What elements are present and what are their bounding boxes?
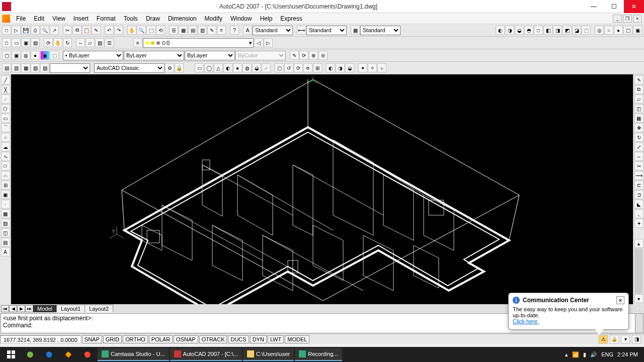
menu-dimension[interactable]: Dimension bbox=[164, 14, 201, 23]
sheet-button[interactable]: ▭ bbox=[12, 38, 21, 47]
gradient-button[interactable]: ▨ bbox=[1, 219, 10, 228]
ucs-btn2[interactable]: ◑ bbox=[336, 63, 345, 72]
ucs-btn1[interactable]: ◐ bbox=[326, 63, 335, 72]
copy-button[interactable]: ⧉ bbox=[72, 26, 82, 35]
view-btn5[interactable]: □ bbox=[534, 26, 543, 35]
plotstyle-select[interactable]: ByColor bbox=[235, 51, 286, 60]
mdi-restore-button[interactable]: ❐ bbox=[623, 15, 632, 23]
view-btn3[interactable]: ◒ bbox=[515, 26, 524, 35]
undo-button[interactable]: ↶ bbox=[105, 26, 114, 35]
textstyle-select[interactable]: Standard bbox=[253, 26, 293, 35]
tray-icon2[interactable]: 🔒 bbox=[610, 335, 619, 344]
ws-btn1[interactable]: ▤ bbox=[2, 63, 11, 72]
help-button[interactable]: ? bbox=[230, 26, 239, 35]
solid-btn4[interactable]: ◐ bbox=[223, 63, 232, 72]
zoom-prev-button[interactable]: ⟲ bbox=[156, 26, 165, 35]
rotate-button[interactable]: ↻ bbox=[634, 133, 643, 142]
status-model[interactable]: MODEL bbox=[285, 335, 309, 343]
view-btn15[interactable]: ▣ bbox=[633, 26, 642, 35]
view-btn13[interactable]: ● bbox=[614, 26, 623, 35]
break-button[interactable]: ⊏ bbox=[634, 180, 643, 190]
tray-icon3[interactable]: ▾ bbox=[621, 335, 630, 344]
circle-button[interactable]: ○ bbox=[1, 133, 10, 142]
chamfer-button[interactable]: ◣ bbox=[634, 200, 643, 209]
status-dyn[interactable]: DYN bbox=[250, 335, 267, 343]
quickcalc-button[interactable]: = bbox=[217, 26, 226, 35]
list-button[interactable]: ☰ bbox=[105, 38, 114, 47]
3dpan-button[interactable]: ✋ bbox=[53, 38, 62, 47]
zoom-win-button[interactable]: ⬚ bbox=[146, 26, 155, 35]
trim-button[interactable]: ✂ bbox=[634, 161, 643, 170]
makeblock-button[interactable]: ▣ bbox=[1, 190, 10, 199]
tab-prev-button[interactable]: ◀ bbox=[9, 305, 17, 312]
view-btn14[interactable]: ▢ bbox=[623, 26, 632, 35]
menu-edit[interactable]: Edit bbox=[30, 14, 48, 23]
new-button[interactable]: □ bbox=[2, 26, 11, 35]
view-btn11[interactable]: ◎ bbox=[595, 26, 604, 35]
solid-btn3[interactable]: △ bbox=[214, 63, 223, 72]
ucs-btn6[interactable]: ⟐ bbox=[377, 63, 386, 72]
join-button[interactable]: ⊐ bbox=[634, 190, 643, 199]
view-btn4[interactable]: ◓ bbox=[524, 26, 533, 35]
3dzoom-button[interactable]: ↻ bbox=[63, 38, 72, 47]
tray-net-icon[interactable]: 📶 bbox=[572, 351, 579, 358]
view-btn9[interactable]: ◪ bbox=[572, 26, 581, 35]
taskbar-edge[interactable]: 🔵 bbox=[40, 348, 58, 361]
menu-view[interactable]: View bbox=[48, 14, 69, 23]
menu-modify[interactable]: Modify bbox=[201, 14, 226, 23]
polygon-button[interactable]: ⬠ bbox=[1, 104, 10, 113]
tab-next-button[interactable]: ▶ bbox=[17, 305, 25, 312]
mdi-minimize-button[interactable]: _ bbox=[613, 15, 622, 23]
solid-btn13[interactable]: ⊞ bbox=[313, 63, 322, 72]
tablestyle-button[interactable]: ▦ bbox=[351, 26, 360, 35]
tablestyle-select[interactable]: Standard bbox=[360, 26, 400, 35]
workspace-select[interactable]: AutoCAD Classic bbox=[94, 63, 165, 73]
vp6-button[interactable]: ⬚ bbox=[50, 51, 59, 60]
drawing-canvas[interactable]: Y bbox=[11, 74, 633, 304]
canvas-scrollbar[interactable] bbox=[634, 248, 643, 294]
menu-file[interactable]: File bbox=[12, 14, 30, 23]
solid-btn6[interactable]: ◍ bbox=[243, 63, 252, 72]
refclose-button[interactable]: ⟳ bbox=[299, 51, 308, 60]
linetype-select[interactable]: ByLayer bbox=[124, 51, 184, 60]
dimstyle-select[interactable]: Standard bbox=[306, 26, 347, 35]
view-btn6[interactable]: ◧ bbox=[543, 26, 552, 35]
popup-close-button[interactable]: × bbox=[616, 296, 624, 304]
rectangle-button[interactable]: ▭ bbox=[1, 114, 10, 123]
mdi-close-button[interactable]: × bbox=[633, 15, 642, 23]
taskbar-chrome[interactable]: 🔴 bbox=[78, 348, 97, 361]
status-grid[interactable]: GRID bbox=[103, 335, 122, 343]
status-osnap[interactable]: OSNAP bbox=[174, 335, 198, 343]
mirror-button[interactable]: ▱ bbox=[634, 95, 643, 104]
taskbar-app1[interactable]: 🟢 bbox=[21, 348, 39, 361]
markup-button[interactable]: ✎ bbox=[207, 26, 216, 35]
view-btn12[interactable]: ○ bbox=[604, 26, 613, 35]
dimstyle-button[interactable]: ⟷ bbox=[297, 26, 306, 35]
paste-button[interactable]: 📋 bbox=[82, 26, 91, 35]
solid-btn8[interactable]: ⟋ bbox=[262, 63, 271, 72]
menu-format[interactable]: Format bbox=[93, 14, 120, 23]
maximize-button[interactable]: ☐ bbox=[604, 0, 624, 13]
ellipse-button[interactable]: ⬭ bbox=[1, 161, 10, 170]
refset-button[interactable]: ⊕ bbox=[309, 51, 318, 60]
fillet-button[interactable]: ◟ bbox=[634, 209, 643, 218]
vp5-button[interactable]: ◉ bbox=[40, 51, 49, 60]
taskbar-app[interactable]: C:\Users\user bbox=[243, 348, 294, 361]
dist-button[interactable]: ↔ bbox=[76, 38, 85, 47]
view-btn7[interactable]: ◨ bbox=[553, 26, 562, 35]
layer-button[interactable]: ≡ bbox=[133, 38, 142, 47]
qnew-button[interactable]: □ bbox=[2, 38, 11, 47]
tray-up-icon[interactable]: ▴ bbox=[565, 351, 568, 358]
view-btn2[interactable]: ◑ bbox=[505, 26, 514, 35]
tray-icon1[interactable]: ⚠ bbox=[599, 335, 608, 344]
view-btn10[interactable]: ⬚ bbox=[582, 26, 591, 35]
spline-button[interactable]: ∿ bbox=[1, 152, 10, 161]
cut-button[interactable]: ✂ bbox=[63, 26, 72, 35]
sheetset-button[interactable]: ▥ bbox=[198, 26, 207, 35]
properties-button[interactable]: ☰ bbox=[169, 26, 178, 35]
tray-time[interactable]: 2:24 PM bbox=[617, 351, 638, 357]
region-button[interactable]: ◫ bbox=[1, 228, 10, 237]
tab-layout2[interactable]: Layout2 bbox=[85, 305, 113, 312]
vp4-button[interactable]: ● bbox=[31, 51, 40, 60]
pline-button[interactable]: ⟋ bbox=[1, 95, 10, 104]
